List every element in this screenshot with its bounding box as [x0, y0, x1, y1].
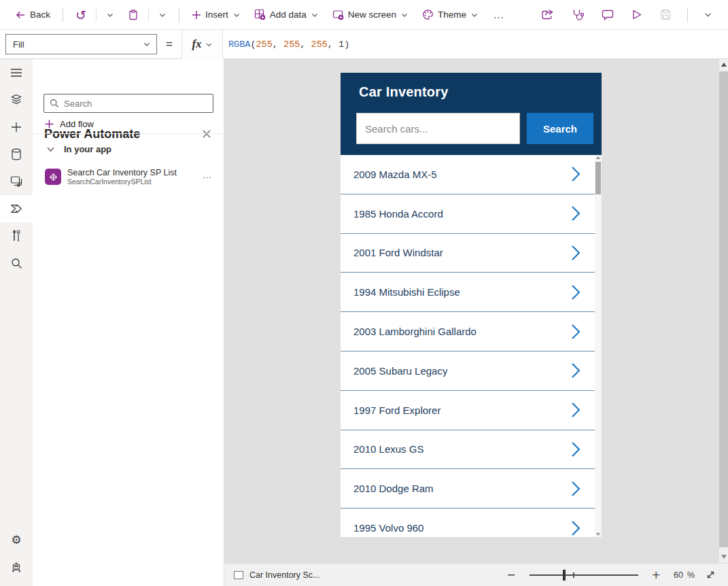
chevron-right-icon[interactable] — [570, 401, 581, 419]
list-item[interactable]: 2009 Mazda MX-5 — [341, 155, 602, 194]
new-screen-button[interactable]: New screen — [327, 5, 414, 24]
plus-icon — [192, 10, 201, 20]
insert-rail-button[interactable] — [0, 114, 33, 141]
chevron-right-icon[interactable] — [570, 205, 581, 222]
list-item[interactable]: 2001 Ford Windstar — [341, 234, 602, 273]
car-list-gallery[interactable]: 2009 Mazda MX-5 1985 Honda Accord 2001 F… — [341, 155, 602, 537]
section-label: In your app — [64, 144, 111, 154]
list-item[interactable]: 2003 Lamborghini Gallardo — [341, 312, 602, 351]
flow-more-button[interactable]: ... — [201, 170, 219, 184]
add-data-button[interactable]: Add data — [249, 5, 324, 24]
chevron-right-icon[interactable] — [570, 441, 581, 458]
car-inventory-app-screen[interactable]: Car Inventory Search 2009 Mazda MX-5 198… — [341, 73, 602, 537]
save-button[interactable] — [654, 5, 678, 24]
virtual-agent-icon — [11, 562, 22, 573]
save-menu-chevron[interactable] — [697, 6, 718, 23]
list-item[interactable]: 1994 Mitsubishi Eclipse — [341, 273, 602, 312]
formula-bar: Fill = fx RGBA(255, 255, 255, 1) — [0, 30, 728, 59]
app-search-input[interactable] — [357, 114, 519, 143]
back-arrow-icon — [15, 10, 26, 20]
gallery-scrollbar[interactable] — [595, 155, 602, 537]
table-add-icon — [254, 9, 266, 20]
theme-button[interactable]: Theme — [417, 5, 484, 24]
canvas-vertical-scrollbar[interactable] — [719, 59, 728, 563]
tree-view-icon — [10, 94, 22, 106]
search-icon — [50, 99, 59, 108]
design-canvas[interactable]: Car Inventory Search 2009 Mazda MX-5 198… — [224, 59, 728, 563]
zoom-slider[interactable] — [530, 570, 638, 581]
chevron-right-icon[interactable] — [570, 165, 581, 183]
zoom-slider-track[interactable] — [530, 574, 638, 576]
left-navigation-rail: ⚙ — [0, 59, 33, 586]
data-rail-button[interactable] — [0, 141, 33, 168]
screen-selector[interactable]: Car Inventory Sc... — [234, 570, 320, 580]
search-rail-button[interactable] — [0, 249, 33, 277]
preview-button[interactable] — [625, 5, 648, 24]
list-item[interactable]: 1997 Ford Explorer — [341, 391, 602, 430]
scrollbar-thumb[interactable] — [595, 162, 601, 194]
undo-menu-chevron[interactable] — [101, 7, 120, 23]
app-title[interactable]: Car Inventory — [359, 84, 449, 100]
scrollbar-thumb[interactable] — [719, 71, 728, 547]
advanced-tools-rail-button[interactable] — [0, 222, 33, 249]
scroll-up-arrow[interactable] — [596, 156, 600, 159]
chevron-right-icon[interactable] — [570, 244, 581, 262]
settings-rail-button[interactable]: ⚙ — [0, 526, 33, 553]
list-item[interactable]: 1985 Honda Accord — [341, 194, 602, 234]
chevron-right-icon[interactable] — [570, 362, 581, 379]
app-checker-button[interactable] — [566, 5, 590, 24]
screen-add-icon — [332, 9, 344, 20]
scroll-up-arrow[interactable] — [721, 63, 727, 67]
scroll-down-arrow[interactable] — [596, 533, 600, 536]
zoom-in-button[interactable]: + — [646, 568, 667, 581]
power-automate-flow-icon — [48, 172, 58, 182]
share-button[interactable] — [535, 5, 560, 24]
palette-icon — [422, 9, 434, 20]
panel-search-box[interactable] — [44, 94, 213, 113]
chevron-right-icon[interactable] — [570, 480, 581, 498]
equals-sign: = — [157, 37, 181, 51]
app-header[interactable]: Car Inventory Search — [341, 73, 602, 155]
comments-button[interactable] — [595, 5, 620, 24]
chevron-down-icon — [311, 11, 319, 19]
toolbar-overflow-button[interactable]: ... — [487, 9, 511, 20]
chevron-right-icon[interactable] — [570, 283, 581, 301]
tree-view-button[interactable] — [0, 86, 33, 114]
formula-input[interactable]: RGBA(255, 255, 255, 1) — [228, 39, 349, 50]
flow-list-item[interactable]: Search Car Inventory SP List SearchCarIn… — [39, 165, 219, 188]
formula-arg: 255 — [311, 39, 328, 50]
virtual-agent-rail-button[interactable] — [0, 553, 33, 581]
list-item[interactable]: 1995 Volvo 960 — [341, 509, 602, 537]
power-automate-rail-button[interactable] — [0, 195, 33, 222]
fit-to-window-button[interactable] — [703, 568, 718, 581]
paste-button[interactable] — [122, 5, 144, 24]
undo-button[interactable]: ↺ — [70, 5, 92, 24]
fx-button[interactable]: fx — [181, 30, 223, 59]
chevron-right-icon[interactable] — [570, 323, 581, 341]
property-selector[interactable]: Fill — [5, 34, 157, 54]
list-item[interactable]: 2005 Subaru Legacy — [341, 351, 602, 391]
settings-gear-icon: ⚙ — [11, 533, 21, 547]
chevron-right-icon[interactable] — [570, 519, 581, 537]
list-item[interactable]: 2010 Dodge Ram — [341, 469, 602, 509]
paste-menu-chevron[interactable] — [153, 7, 172, 23]
back-button[interactable]: Back — [10, 5, 56, 24]
app-search-button[interactable]: Search — [527, 113, 593, 144]
panel-search-input[interactable] — [64, 99, 207, 109]
scroll-down-arrow[interactable] — [721, 555, 727, 559]
add-flow-button[interactable]: Add flow — [45, 119, 94, 129]
hamburger-menu-button[interactable] — [0, 59, 33, 86]
panel-close-button[interactable] — [199, 126, 214, 141]
top-toolbar: Back ↺ Insert — [0, 0, 728, 30]
list-item[interactable]: 2010 Lexus GS — [341, 430, 602, 470]
insert-button[interactable]: Insert — [186, 5, 246, 24]
chevron-down-icon — [704, 10, 712, 19]
media-rail-button[interactable] — [0, 168, 33, 195]
clipboard-icon — [128, 10, 139, 20]
hamburger-icon — [10, 68, 22, 77]
back-label: Back — [30, 10, 50, 20]
app-search-box[interactable] — [356, 113, 520, 144]
zoom-out-button[interactable]: − — [500, 568, 521, 581]
in-your-app-section-toggle[interactable]: In your app — [46, 144, 111, 154]
zoom-slider-handle[interactable] — [563, 570, 566, 581]
